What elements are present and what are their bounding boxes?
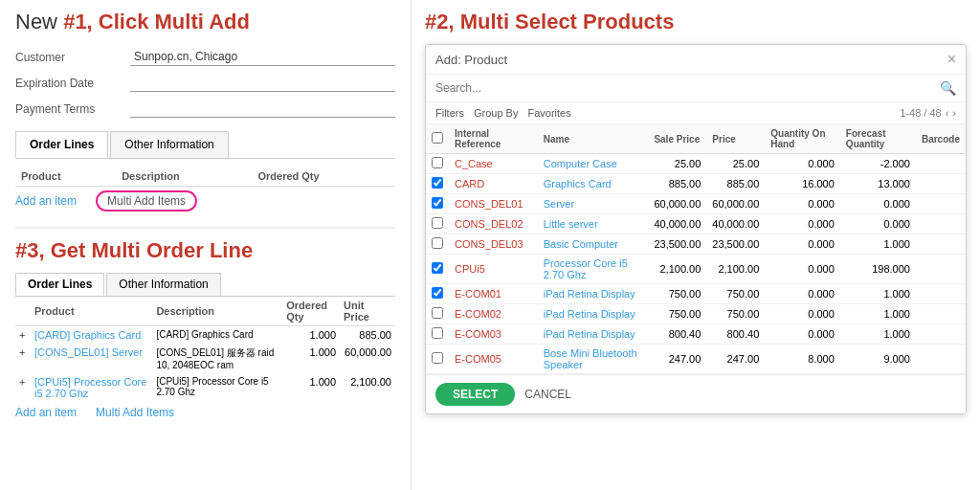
product-ref-4[interactable]: CONS_DEL03 <box>449 234 538 255</box>
product-qty-0: 0.000 <box>765 154 840 174</box>
table-row[interactable]: E-COM01 iPad Retina Display 750.00 750.0… <box>426 284 966 304</box>
row-checkbox-7[interactable] <box>432 307 443 319</box>
product-ref-8[interactable]: E-COM03 <box>449 324 538 345</box>
col-barcode: Barcode <box>916 124 966 154</box>
table-row[interactable]: CONS_DEL02 Little server 40,000.00 40,00… <box>426 214 966 234</box>
table-row[interactable]: E-COM03 iPad Retina Display 800.40 800.4… <box>426 324 966 345</box>
row-qty-0: 1.000 <box>282 326 340 345</box>
product-ref-1[interactable]: CARD <box>449 174 538 194</box>
product-ref-3[interactable]: CONS_DEL02 <box>449 214 538 234</box>
table-row[interactable]: CONS_DEL01 Server 60,000.00 60,000.00 0.… <box>426 194 966 214</box>
favorites-btn[interactable]: Favorites <box>527 107 570 119</box>
expiration-input[interactable] <box>130 74 395 92</box>
left-panel: New #1, Click Multi Add Customer Expirat… <box>0 0 412 490</box>
product-ref-2[interactable]: CONS_DEL01 <box>449 194 538 214</box>
row-product-1[interactable]: [CONS_DEL01] Server <box>31 344 152 373</box>
product-ref-7[interactable]: E-COM02 <box>449 304 538 324</box>
row-checkbox-4[interactable] <box>432 237 443 249</box>
product-forecast-8: 1.000 <box>840 324 916 345</box>
row-checkbox-2[interactable] <box>432 197 443 209</box>
select-all-checkbox[interactable] <box>432 132 443 144</box>
toolbar-right: 1-48 / 48 ‹ › <box>900 107 956 119</box>
row-checkbox-3[interactable] <box>432 217 443 229</box>
cancel-link[interactable]: CANCEL <box>524 388 571 401</box>
product-sale-price-5: 2,100.00 <box>648 255 706 284</box>
product-price-2: 60,000.00 <box>706 194 765 214</box>
product-qty-5: 0.000 <box>765 255 840 284</box>
product-name-4[interactable]: Basic Computer <box>538 234 649 255</box>
select-button[interactable]: SELECT <box>435 383 515 406</box>
row-checkbox-9[interactable] <box>432 352 443 364</box>
add-item-link-1[interactable]: Add an item <box>15 194 77 208</box>
table-row[interactable]: CARD Graphics Card 885.00 885.00 16.000 … <box>426 174 966 194</box>
row-checkbox-6[interactable] <box>432 287 443 299</box>
search-input[interactable] <box>435 81 940 95</box>
product-barcode-6 <box>916 284 966 304</box>
product-ref-5[interactable]: CPUi5 <box>449 255 538 284</box>
table-row[interactable]: E-COM02 iPad Retina Display 750.00 750.0… <box>426 304 966 324</box>
tab-order-lines-1[interactable]: Order Lines <box>15 131 108 158</box>
step1-order-table: Product Description Ordered Qty <box>15 167 395 187</box>
product-qty-2: 0.000 <box>765 194 840 214</box>
expiration-row: Expiration Date <box>15 74 395 92</box>
product-forecast-4: 1.000 <box>840 234 916 255</box>
product-name-8[interactable]: iPad Retina Display <box>538 324 649 345</box>
expand-btn-1[interactable]: + <box>15 344 31 373</box>
product-name-7[interactable]: iPad Retina Display <box>538 304 649 324</box>
product-name-5[interactable]: Processor Core i5 2.70 Ghz <box>538 255 649 284</box>
product-barcode-4 <box>916 234 966 255</box>
product-name-9[interactable]: Bose Mini Bluetooth Speaker <box>538 345 649 374</box>
product-name-0[interactable]: Computer Case <box>538 154 649 174</box>
row-checkbox-1[interactable] <box>432 177 443 189</box>
product-barcode-9 <box>916 345 966 374</box>
table-row[interactable]: CONS_DEL03 Basic Computer 23,500.00 23,5… <box>426 234 966 255</box>
product-price-7: 750.00 <box>706 304 765 324</box>
row-product-2[interactable]: [CPUi5] Processor Core i5 2.70 Ghz <box>31 373 152 402</box>
expand-btn-0[interactable]: + <box>15 326 31 345</box>
add-item-link-3[interactable]: Add an item <box>15 406 77 419</box>
product-ref-0[interactable]: C_Case <box>449 154 538 174</box>
row-description-2: [CPUi5] Processor Core i5 2.70 Ghz <box>152 373 282 402</box>
table-row[interactable]: E-COM05 Bose Mini Bluetooth Speaker 247.… <box>426 345 966 374</box>
product-sale-price-7: 750.00 <box>648 304 706 324</box>
row-product-0[interactable]: [CARD] Graphics Card <box>31 326 152 345</box>
product-forecast-1: 13.000 <box>840 174 916 194</box>
col-description-1: Description <box>116 167 252 187</box>
expand-btn-2[interactable]: + <box>15 373 31 402</box>
product-sale-price-0: 25.00 <box>648 154 706 174</box>
next-page-btn[interactable]: › <box>952 107 956 119</box>
product-barcode-2 <box>916 194 966 214</box>
row-checkbox-8[interactable] <box>432 327 443 339</box>
product-name-3[interactable]: Little server <box>538 214 649 234</box>
product-sale-price-8: 800.40 <box>648 324 706 345</box>
payment-input[interactable] <box>130 100 395 118</box>
search-icon: 🔍 <box>940 80 956 96</box>
customer-input[interactable] <box>130 48 395 66</box>
close-icon[interactable]: × <box>947 51 956 68</box>
table-row[interactable]: CPUi5 Processor Core i5 2.70 Ghz 2,100.0… <box>426 255 966 284</box>
product-sale-price-1: 885.00 <box>648 174 706 194</box>
prev-page-btn[interactable]: ‹ <box>946 107 949 119</box>
product-name-2[interactable]: Server <box>538 194 649 214</box>
table-row[interactable]: C_Case Computer Case 25.00 25.00 0.000 -… <box>426 154 966 174</box>
step3-section: #3, Get Multi Order Line Order Lines Oth… <box>15 227 395 419</box>
payment-row: Payment Terms <box>15 100 395 118</box>
product-ref-6[interactable]: E-COM01 <box>449 284 538 304</box>
list-item: + [CARD] Graphics Card [CARD] Graphics C… <box>15 326 395 345</box>
product-forecast-0: -2.000 <box>840 154 916 174</box>
row-checkbox-5[interactable] <box>432 262 443 274</box>
multi-add-link-3[interactable]: Multi Add Items <box>96 406 174 419</box>
tab-other-info-1[interactable]: Other Information <box>110 131 228 158</box>
col-ordered-qty-1: Ordered Qty <box>252 167 395 187</box>
filters-btn[interactable]: Filters <box>435 107 464 119</box>
tab-other-info-3[interactable]: Other Information <box>106 273 220 296</box>
product-ref-9[interactable]: E-COM05 <box>449 345 538 374</box>
product-name-1[interactable]: Graphics Card <box>538 174 649 194</box>
row-checkbox-0[interactable] <box>432 157 443 168</box>
tab-order-lines-3[interactable]: Order Lines <box>15 273 104 296</box>
multi-add-btn-1[interactable]: Multi Add Items <box>96 190 197 212</box>
col-unit-price-3: Unit Price <box>340 297 395 326</box>
product-name-6[interactable]: iPad Retina Display <box>538 284 649 304</box>
group-by-btn[interactable]: Group By <box>474 107 518 119</box>
row-price-0: 885.00 <box>340 326 395 345</box>
